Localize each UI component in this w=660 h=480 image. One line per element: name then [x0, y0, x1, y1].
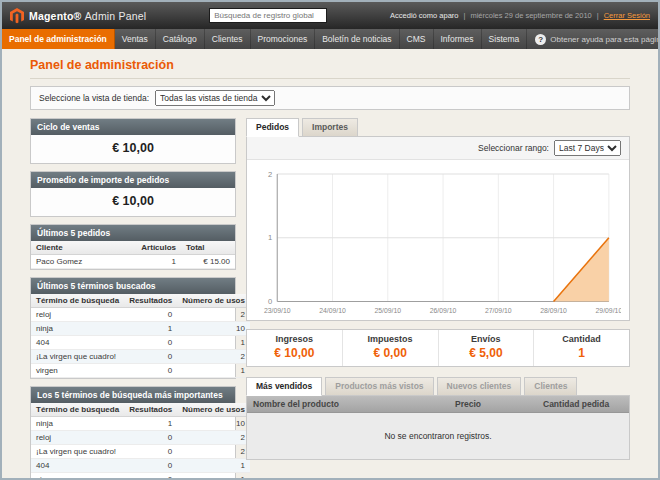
help-icon: ?: [535, 34, 546, 45]
table-row[interactable]: ninja 1 10: [31, 417, 250, 431]
cell-term: virgen: [31, 364, 124, 378]
global-search-input[interactable]: [209, 8, 327, 23]
total-envios: Envíos € 5,00: [438, 330, 534, 366]
table-row[interactable]: reloj 0 2: [31, 431, 250, 445]
lifetime-sales-value: € 10,00: [31, 135, 235, 163]
svg-text:26/09/10: 26/09/10: [430, 307, 457, 314]
table-row[interactable]: 404 0 1: [31, 459, 250, 473]
dashboard-totals: Ingresos € 10,00 Impuestos € 0,00 Envíos…: [246, 329, 630, 367]
tab-productos-mas-vistos[interactable]: Productos más vistos: [325, 377, 433, 396]
nav-clientes[interactable]: Clientes: [205, 29, 251, 49]
column-header: Resultados: [124, 403, 177, 417]
table-row[interactable]: ninja 1 10: [31, 322, 250, 336]
table-row[interactable]: virge 0 1: [31, 473, 250, 480]
nav-sistema[interactable]: Sistema: [482, 29, 528, 49]
orders-chart: 01223/09/1024/09/1025/09/1026/09/1027/09…: [255, 166, 621, 318]
tab-importes[interactable]: Importes: [302, 118, 358, 137]
nav-cms[interactable]: CMS: [400, 29, 434, 49]
cell-uses: 1: [177, 473, 250, 480]
tab-nuevos-clientes[interactable]: Nuevos clientes: [437, 377, 522, 396]
table-row[interactable]: ¡La virgen que cuadro! 0 2: [31, 350, 250, 364]
total-value: 1: [534, 346, 629, 360]
total-value: € 5,00: [439, 346, 534, 360]
last-search-terms-table: Término de búsqueda Resultados Número de…: [31, 294, 250, 378]
cell-results: 0: [124, 364, 177, 378]
total-label: Impuestos: [343, 334, 438, 344]
last-orders-table: Cliente Artículos Total Paco Gomez 1 € 1…: [31, 241, 235, 269]
svg-text:27/09/10: 27/09/10: [485, 307, 512, 314]
dashboard-sidebar: Ciclo de ventas € 10,00 Promedio de impo…: [30, 118, 236, 480]
total-value: € 10,00: [247, 346, 342, 360]
cell-term: ninja: [31, 322, 124, 336]
logout-link[interactable]: Cerrar Sesión: [604, 11, 650, 20]
cell-uses: 1: [177, 364, 250, 378]
total-label: Cantidad: [534, 334, 629, 344]
total-label: Ingresos: [247, 334, 342, 344]
cell-uses: 2: [177, 445, 250, 459]
help-link[interactable]: ? Obtener ayuda para esta página: [527, 29, 660, 49]
chart-toolbar: Seleccionar rango: Last 7 Days: [247, 137, 629, 160]
cell-results: 0: [124, 350, 177, 364]
column-header: Precio: [449, 396, 537, 412]
panel-title: Los 5 términos de búsqueda más important…: [31, 387, 235, 403]
cell-term: 404: [31, 336, 124, 350]
cell-total: € 15.00: [181, 255, 235, 269]
column-header: Término de búsqueda: [31, 294, 124, 308]
cell-results: 0: [124, 336, 177, 350]
store-view-label: Seleccione la vista de tienda:: [39, 93, 149, 103]
cell-customer: Paco Gomez: [31, 255, 136, 269]
tab-pedidos[interactable]: Pedidos: [246, 118, 299, 137]
cell-term: ¡La virgen que cuadro!: [31, 350, 124, 364]
column-header: Total: [181, 241, 235, 255]
column-header: Número de usos: [177, 403, 250, 417]
cell-items: 1: [136, 255, 181, 269]
chart-area: 01223/09/1024/09/1025/09/1026/09/1027/09…: [247, 160, 629, 320]
bestsellers-grid: Nombre del producto Precio Cantidad pedi…: [246, 395, 630, 460]
nav-promociones[interactable]: Promociones: [251, 29, 316, 49]
column-header: Cantidad pedida: [537, 396, 629, 412]
separator: |: [463, 11, 465, 20]
magento-logo-icon: [10, 8, 24, 24]
total-ingresos: Ingresos € 10,00: [247, 330, 342, 366]
average-order-value: € 10,00: [31, 188, 235, 216]
table-row[interactable]: 404 0 1: [31, 336, 250, 350]
brand-name: Magento®: [29, 10, 82, 22]
nav-boletin-de-noticias[interactable]: Boletín de noticias: [315, 29, 399, 49]
panel-title: Últimos 5 pedidos: [31, 225, 235, 241]
grid-header: Nombre del producto Precio Cantidad pedi…: [247, 396, 629, 413]
cell-uses: 10: [177, 322, 250, 336]
column-header: Resultados: [124, 294, 177, 308]
cell-results: 0: [124, 431, 177, 445]
column-header: Artículos: [136, 241, 181, 255]
dashboard-main: Pedidos Importes Seleccionar rango: Last…: [246, 118, 630, 460]
panel-title: Últimos 5 términos buscados: [31, 278, 235, 294]
cell-uses: 10: [177, 417, 250, 431]
nav-panel-de-administracion[interactable]: Panel de administración: [2, 29, 115, 49]
store-view-select[interactable]: Todas las vistas de tienda: [155, 90, 275, 106]
cell-results: 1: [124, 417, 177, 431]
header-user-area: Accedió como aparo | miércoles 29 de sep…: [390, 11, 650, 20]
magento-admin-window: Magento® Admin Panel Accedió como aparo …: [0, 0, 660, 480]
nav-ventas[interactable]: Ventas: [115, 29, 156, 49]
tab-mas-vendidos[interactable]: Más vendidos: [246, 377, 322, 396]
logged-in-as: Accedió como aparo: [390, 11, 458, 20]
store-view-switcher: Seleccione la vista de tienda: Todas las…: [30, 86, 630, 110]
table-row[interactable]: ¡La virgen que cuadro! 0 2: [31, 445, 250, 459]
range-select[interactable]: Last 7 Days: [554, 140, 621, 156]
separator: |: [597, 11, 599, 20]
table-row[interactable]: reloj 0 2: [31, 308, 250, 322]
cell-uses: 1: [177, 336, 250, 350]
svg-text:0: 0: [268, 297, 272, 306]
table-row[interactable]: virgen 0 1: [31, 364, 250, 378]
cell-term: ¡La virgen que cuadro!: [31, 445, 124, 459]
page-content: Panel de administración Seleccione la vi…: [2, 49, 658, 480]
svg-text:2: 2: [268, 170, 272, 179]
lifetime-sales-panel: Ciclo de ventas € 10,00: [30, 118, 236, 164]
cell-results: 0: [124, 308, 177, 322]
nav-informes[interactable]: Informes: [434, 29, 482, 49]
column-header: Número de usos: [177, 294, 250, 308]
brand-suffix: Admin Panel: [85, 10, 147, 22]
table-row[interactable]: Paco Gomez 1 € 15.00: [31, 255, 235, 269]
tab-clientes[interactable]: Clientes: [524, 377, 577, 396]
nav-catalogo[interactable]: Catálogo: [156, 29, 205, 49]
